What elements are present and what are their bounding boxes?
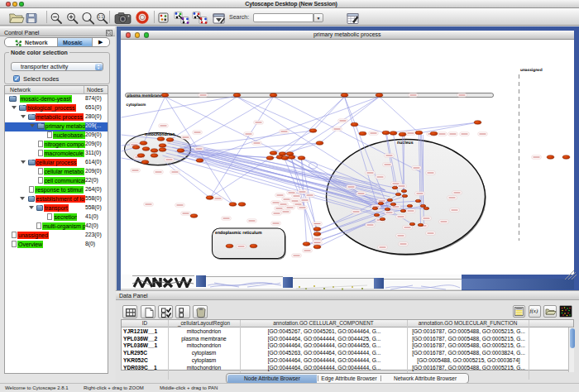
svg-text:mitochondrion: mitochondrion (145, 132, 175, 137)
svg-text:cytoplasm: cytoplasm (126, 103, 146, 108)
svg-text:unassigned: unassigned (520, 68, 543, 73)
svg-text:plasma membrane: plasma membrane (127, 93, 161, 98)
svg-text:endoplasmic reticulum: endoplasmic reticulum (215, 231, 262, 236)
svg-text:1:1: 1:1 (98, 15, 104, 19)
svg-text:nucleus: nucleus (397, 141, 414, 146)
